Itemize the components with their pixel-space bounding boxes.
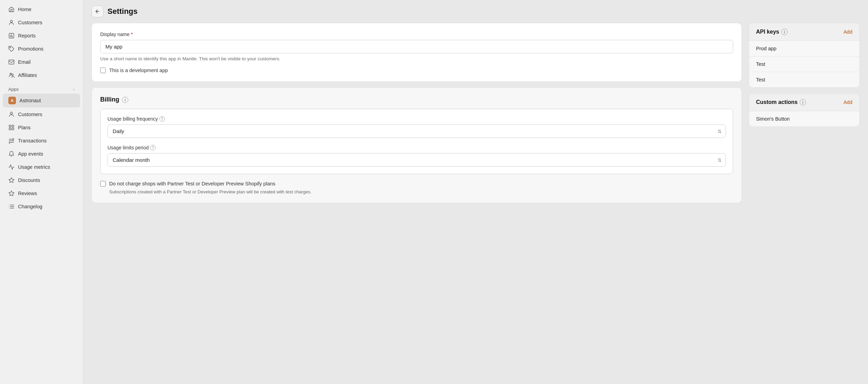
page-header: Settings — [83, 0, 868, 23]
sidebar-item-promotions-label: Promotions — [18, 46, 43, 52]
transactions-icon — [8, 138, 15, 144]
custom-actions-title: Custom actions i — [756, 99, 806, 105]
billing-section-title: Billing i — [100, 96, 733, 103]
sidebar-item-promotions[interactable]: Promotions — [3, 43, 80, 55]
sidebar-item-customers[interactable]: Customers — [3, 16, 80, 29]
sidebar-item-astronaut-label: Astronaut — [19, 98, 41, 103]
chevron-right-icon: › — [73, 87, 75, 92]
content-area: Display name * Use a short name to ident… — [83, 23, 868, 384]
no-charge-checkbox[interactable] — [100, 181, 106, 186]
svg-marker-12 — [9, 191, 14, 196]
custom-actions-card: Custom actions i Add Simon's Button — [749, 93, 860, 127]
api-keys-title: API keys i — [756, 29, 788, 35]
svg-point-2 — [10, 47, 10, 48]
home-icon — [8, 6, 15, 12]
api-keys-header: API keys i Add — [749, 23, 859, 41]
person-icon — [8, 19, 15, 26]
custom-actions-header: Custom actions i Add — [749, 94, 859, 111]
sidebar-item-customers-sub[interactable]: Customers — [3, 108, 80, 121]
plans-icon — [8, 124, 15, 131]
back-button[interactable] — [92, 6, 103, 17]
svg-point-6 — [10, 112, 12, 114]
astronaut-app-icon: A — [8, 97, 16, 104]
billing-info-icon[interactable]: i — [122, 97, 128, 103]
api-key-item-test-2[interactable]: Test — [749, 72, 859, 87]
dev-app-checkbox[interactable] — [100, 68, 106, 73]
right-panel: API keys i Add Prod app Test Test Custom… — [749, 23, 860, 376]
svg-point-17 — [9, 206, 10, 207]
sidebar-item-plans-label: Plans — [18, 125, 31, 130]
dev-app-checkbox-row: This is a development app — [100, 68, 733, 73]
promotions-icon — [8, 46, 15, 52]
custom-actions-info-icon[interactable]: i — [800, 99, 806, 105]
svg-point-16 — [9, 205, 10, 206]
display-name-hint: Use a short name to identify this app in… — [100, 56, 733, 61]
sidebar-item-usage-metrics[interactable]: Usage metrics — [3, 161, 80, 173]
svg-point-4 — [10, 73, 12, 75]
billing-inner-card: Usage billing frequency ? Daily Weekly M… — [100, 109, 733, 174]
dev-app-label[interactable]: This is a development app — [109, 68, 168, 73]
customers-sub-icon — [8, 111, 15, 117]
usage-metrics-icon — [8, 164, 15, 170]
display-name-card: Display name * Use a short name to ident… — [92, 23, 742, 82]
no-charge-label[interactable]: Do not charge shops with Partner Test or… — [109, 181, 275, 186]
sidebar-item-plans[interactable]: Plans — [3, 121, 80, 134]
sidebar-item-usage-metrics-label: Usage metrics — [18, 164, 50, 170]
billing-frequency-select-wrapper: Daily Weekly Monthly — [107, 124, 726, 138]
no-charge-checkbox-row: Do not charge shops with Partner Test or… — [100, 181, 733, 186]
api-keys-card: API keys i Add Prod app Test Test — [749, 23, 860, 88]
svg-rect-8 — [12, 125, 14, 127]
usage-limits-select[interactable]: Calendar month Billing cycle Rolling 30 … — [107, 153, 726, 167]
sidebar-item-email-label: Email — [18, 59, 31, 65]
custom-action-item-simons-button[interactable]: Simon's Button — [749, 111, 859, 126]
api-keys-info-icon[interactable]: i — [781, 29, 788, 35]
svg-rect-9 — [9, 128, 11, 130]
svg-rect-7 — [9, 125, 11, 127]
api-keys-add-button[interactable]: Add — [843, 29, 852, 35]
api-key-item-prod[interactable]: Prod app — [749, 41, 859, 56]
sidebar-item-reports[interactable]: Reports — [3, 29, 80, 42]
usage-limits-info-icon[interactable]: ? — [150, 145, 156, 150]
main-panel: Display name * Use a short name to ident… — [92, 23, 742, 376]
sidebar-item-affiliates[interactable]: Affiliates — [3, 69, 80, 81]
sidebar-item-affiliates-label: Affiliates — [18, 72, 37, 78]
svg-rect-10 — [12, 128, 14, 130]
svg-rect-3 — [9, 60, 14, 64]
sidebar-item-astronaut[interactable]: A Astronaut — [3, 94, 80, 107]
reports-icon — [8, 33, 15, 39]
usage-limits-label: Usage limits period ? — [107, 145, 726, 150]
display-name-input[interactable] — [100, 40, 733, 53]
no-charge-hint: Subscriptions created with a Partner Tes… — [109, 189, 733, 194]
sidebar-item-app-events-label: App events — [18, 151, 43, 157]
sidebar-item-customers-label: Customers — [18, 20, 42, 25]
api-key-item-test-1[interactable]: Test — [749, 56, 859, 72]
billing-card: Billing i Usage billing frequency ? Dail… — [92, 87, 742, 203]
page-title: Settings — [107, 7, 138, 16]
main-content: Settings Display name * Use a short name… — [83, 0, 868, 384]
sidebar-item-changelog-label: Changelog — [18, 204, 42, 209]
required-star: * — [131, 32, 133, 37]
sidebar-item-changelog[interactable]: Changelog — [3, 200, 80, 213]
email-icon — [8, 59, 15, 65]
sidebar-item-discounts[interactable]: Discounts — [3, 174, 80, 186]
svg-point-18 — [9, 208, 10, 209]
sidebar-item-app-events[interactable]: App events — [3, 148, 80, 160]
sidebar-item-customers-sub-label: Customers — [18, 112, 42, 117]
svg-point-5 — [12, 74, 14, 76]
svg-point-0 — [10, 20, 12, 22]
sidebar-item-email[interactable]: Email — [3, 56, 80, 68]
apps-section-label: Apps — [8, 87, 19, 92]
apps-section-header[interactable]: Apps › — [3, 83, 80, 93]
app-events-icon — [8, 151, 15, 157]
billing-frequency-info-icon[interactable]: ? — [159, 116, 165, 122]
sidebar-item-home-label: Home — [18, 7, 32, 12]
sidebar-item-home[interactable]: Home — [3, 3, 80, 16]
sidebar-item-transactions[interactable]: Transactions — [3, 134, 80, 147]
billing-frequency-select[interactable]: Daily Weekly Monthly — [107, 124, 726, 138]
sidebar-item-reviews[interactable]: Reviews — [3, 187, 80, 200]
sidebar-item-reports-label: Reports — [18, 33, 36, 38]
svg-marker-11 — [9, 178, 14, 183]
reviews-icon — [8, 190, 15, 197]
sidebar-item-transactions-label: Transactions — [18, 138, 46, 143]
custom-actions-add-button[interactable]: Add — [843, 99, 852, 105]
